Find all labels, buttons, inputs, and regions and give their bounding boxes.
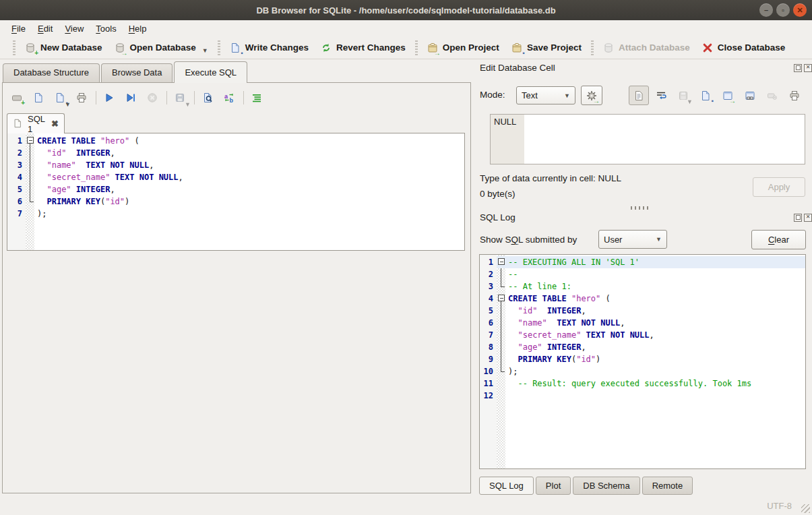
float-panel-icon[interactable] xyxy=(794,214,802,222)
code-line: 5 "age" INTEGER, xyxy=(7,183,464,195)
encoding-status: UTF-8 xyxy=(767,501,792,511)
dock-tab-db-schema[interactable]: DB Schema xyxy=(573,477,639,495)
toolbar-handle xyxy=(591,40,594,55)
set-null-button[interactable] xyxy=(762,86,782,105)
dock-tab-plot[interactable]: Plot xyxy=(536,477,571,495)
code-line: 4 "secret_name" TEXT NOT NULL, xyxy=(7,171,464,183)
dock-tab-remote[interactable]: Remote xyxy=(642,477,693,495)
chevron-down-icon[interactable]: ▼ xyxy=(65,101,71,108)
code-text: "secret_name" TEXT NOT NULL, xyxy=(505,329,805,341)
menu-item-edit[interactable]: Edit xyxy=(32,22,59,35)
tab-browse-data[interactable]: Browse Data xyxy=(101,63,173,83)
minimize-button[interactable]: – xyxy=(759,3,773,17)
title-bar[interactable]: DB Browser for SQLite - /home/user/code/… xyxy=(0,0,812,20)
splitter-handle-right[interactable] xyxy=(631,206,651,210)
sql-log-filter-select[interactable]: User ▼ xyxy=(598,230,667,249)
open-in-external-button[interactable] xyxy=(740,86,760,105)
write-changes-button[interactable]: ▪Write Changes xyxy=(224,40,315,56)
fold-marker-icon[interactable] xyxy=(497,293,505,305)
stop-execution-button[interactable] xyxy=(144,89,161,107)
line-number: 5 xyxy=(7,183,26,195)
float-panel-icon[interactable] xyxy=(794,64,802,72)
open-database-button[interactable]: →Open Database▼ xyxy=(108,39,214,57)
menu-item-view[interactable]: View xyxy=(59,22,90,35)
new-database-button[interactable]: +New Database xyxy=(19,40,108,56)
chevron-down-icon[interactable]: ▼ xyxy=(687,98,693,105)
fold-margin-cell xyxy=(26,208,34,220)
auto-mode-button[interactable]: → xyxy=(581,86,602,105)
attach-database-button[interactable]: Attach Database xyxy=(597,40,696,56)
close-database-button[interactable]: Close Database xyxy=(696,40,792,56)
execute-all-button[interactable] xyxy=(100,89,118,107)
code-line: 4CREATE TABLE "hero" ( xyxy=(480,293,805,305)
revert-changes-button[interactable]: Revert Changes xyxy=(315,40,412,56)
save-cell-button[interactable]: ▼ xyxy=(673,86,693,105)
sql-log-view[interactable]: 1-- EXECUTING ALL IN 'SQL 1'2--3-- At li… xyxy=(479,254,806,469)
maximize-button[interactable]: ▫ xyxy=(776,3,790,17)
code-text: "id" INTEGER, xyxy=(34,147,464,159)
chevron-down-icon[interactable]: ▼ xyxy=(185,101,191,108)
close-panel-icon[interactable]: ✕ xyxy=(804,214,812,222)
cell-value-editor[interactable]: NULL xyxy=(490,114,805,164)
code-text: PRIMARY KEY("id") xyxy=(34,195,464,208)
clear-log-button[interactable]: Clear xyxy=(751,230,806,249)
open-sql-file-button[interactable] xyxy=(30,89,47,107)
apply-button-label: Apply xyxy=(768,182,790,192)
fold-margin-cell xyxy=(497,341,505,353)
fold-marker-icon[interactable] xyxy=(497,256,505,268)
export-cell-button[interactable]: → xyxy=(718,86,738,105)
chevron-down-icon[interactable]: ▼ xyxy=(202,47,208,54)
open-sql-current-tab-button[interactable]: ▪▼ xyxy=(51,89,69,107)
import-in-cell-button[interactable]: ▪ xyxy=(695,86,716,105)
text-view-button[interactable] xyxy=(629,86,649,105)
line-number: 2 xyxy=(7,147,26,159)
code-text: CREATE TABLE "hero" ( xyxy=(34,135,464,147)
menu-item-help[interactable]: Help xyxy=(123,22,153,35)
code-text: "age" INTEGER, xyxy=(505,341,805,353)
toolbar-button-label: Save Project xyxy=(527,42,582,53)
resize-grip[interactable] xyxy=(801,504,810,513)
fold-margin-cell xyxy=(497,280,505,293)
apply-button[interactable]: Apply xyxy=(753,177,805,197)
print-sql-button[interactable] xyxy=(73,89,90,107)
format-sql-button[interactable] xyxy=(248,89,266,107)
menu-item-tools[interactable]: Tools xyxy=(90,22,122,35)
open-sql-new-tab-button[interactable]: + xyxy=(8,89,26,107)
cell-mode-select[interactable]: Text ▼ xyxy=(516,86,575,104)
fold-margin-cell xyxy=(497,353,505,365)
fold-marker-icon[interactable] xyxy=(26,135,34,147)
fold-margin-cell xyxy=(497,365,505,377)
line-number: 10 xyxy=(480,365,497,377)
line-number: 2 xyxy=(480,268,497,280)
execute-current-line-button[interactable] xyxy=(122,89,139,107)
print-sql-icon xyxy=(76,92,87,103)
close-panel-icon[interactable]: ✕ xyxy=(804,64,812,72)
fold-margin-cell xyxy=(497,377,505,390)
toolbar-button-label: New Database xyxy=(40,42,102,53)
word-wrap-button[interactable] xyxy=(651,86,671,105)
toolbar-button-label: Open Database xyxy=(130,42,196,53)
tab-database-structure[interactable]: Database Structure xyxy=(3,63,100,83)
close-button[interactable]: ✕ xyxy=(793,3,807,17)
open-project-button[interactable]: →Open Project xyxy=(421,40,505,56)
dock-tab-sql-log[interactable]: SQL Log xyxy=(479,477,534,495)
print-cell-button[interactable] xyxy=(784,86,805,105)
find-button[interactable] xyxy=(199,89,216,107)
open-sql-file-icon xyxy=(33,92,44,103)
cell-type-text: Type of data currently in cell: NULL xyxy=(480,173,621,183)
db-browser-window: DB Browser for SQLite - /home/user/code/… xyxy=(0,0,812,515)
print-cell-icon xyxy=(789,90,800,101)
toolbar-button-label: Open Project xyxy=(443,42,499,53)
find-replace-button[interactable]: ab xyxy=(220,89,238,107)
save-project-button[interactable]: ▪Save Project xyxy=(505,40,588,56)
sql-log-dock-buttons: ✕ xyxy=(794,214,812,222)
sql-file-tab[interactable]: SQL 1 ✖ xyxy=(7,113,65,133)
toolbar-button-label: Close Database xyxy=(718,42,786,53)
save-results-icon xyxy=(175,92,185,103)
close-sql-tab-icon[interactable]: ✖ xyxy=(51,119,59,129)
save-results-button[interactable]: ▼ xyxy=(171,89,189,107)
menu-item-file[interactable]: File xyxy=(5,22,32,35)
sql-editor[interactable]: 1CREATE TABLE "hero" (2 "id" INTEGER,3 "… xyxy=(7,133,465,251)
revert-icon xyxy=(321,42,332,53)
tab-execute-sql[interactable]: Execute SQL xyxy=(174,61,247,83)
